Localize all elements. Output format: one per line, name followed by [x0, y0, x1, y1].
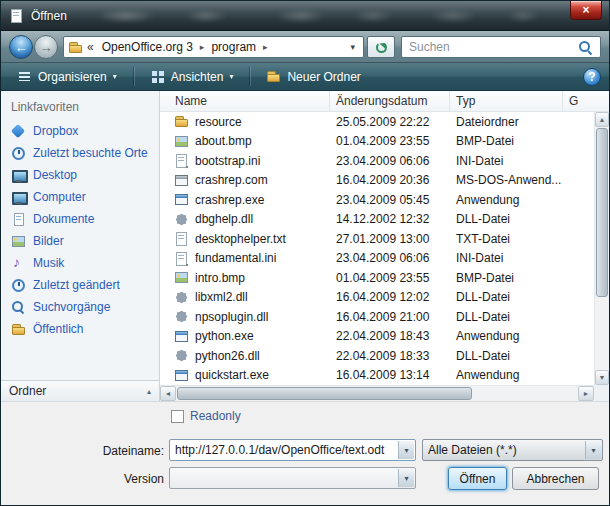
- ini-file-icon: [174, 251, 189, 266]
- readonly-checkbox[interactable]: [171, 410, 184, 423]
- version-combobox[interactable]: ▾: [169, 467, 416, 489]
- cancel-button[interactable]: Abbrechen: [512, 467, 599, 490]
- file-date: 16.04.2009 20:36: [330, 173, 450, 187]
- address-dropdown-icon[interactable]: ▾: [346, 42, 359, 52]
- sidebar-item-music[interactable]: Musik: [1, 252, 159, 274]
- breadcrumb-overflow-icon[interactable]: «: [85, 40, 96, 54]
- recent-places-icon: [11, 146, 26, 161]
- file-row[interactable]: resource 25.05.2009 22:22 Dateiordner: [160, 112, 594, 132]
- file-date: 23.04.2009 06:06: [330, 251, 450, 265]
- file-row[interactable]: intro.bmp 01.04.2009 23:55 BMP-Datei: [160, 268, 594, 288]
- vertical-scrollbar[interactable]: ▲ ▼: [594, 112, 609, 385]
- filetype-dropdown-icon[interactable]: ▾: [585, 441, 601, 459]
- file-list-area: Name Änderungsdatum Typ G resource 25.05…: [160, 91, 609, 401]
- sidebar-item-documents[interactable]: Dokumente: [1, 208, 159, 230]
- file-row[interactable]: desktophelper.txt 27.01.2009 13:00 TXT-D…: [160, 229, 594, 249]
- scroll-down-icon: ▼: [599, 374, 606, 381]
- scroll-right-icon: ►: [583, 390, 590, 397]
- app-icon: [9, 8, 24, 23]
- sidebar-item-recent-places[interactable]: Zuletzt besuchte Orte: [1, 142, 159, 164]
- sidebar-item-pictures[interactable]: Bilder: [1, 230, 159, 252]
- file-row[interactable]: libxml2.dll 16.04.2009 12:02 DLL-Datei: [160, 288, 594, 308]
- breadcrumb-separator-icon[interactable]: ▸: [262, 42, 269, 52]
- filename-value[interactable]: http://127.0.0.1/dav/OpenOffice/text.odt: [175, 443, 396, 457]
- file-name: desktophelper.txt: [195, 232, 286, 246]
- dropbox-icon: [11, 124, 26, 139]
- filetype-combobox[interactable]: Alle Dateien (*.*) ▾: [422, 439, 603, 461]
- folders-expander[interactable]: Ordner ▴: [1, 380, 159, 401]
- vertical-scroll-thumb[interactable]: [596, 128, 608, 297]
- breadcrumb-item-openoffice[interactable]: OpenOffice.org 3: [98, 40, 197, 54]
- file-row[interactable]: fundamental.ini 23.04.2009 06:06 INI-Dat…: [160, 249, 594, 269]
- organize-label: Organisieren: [38, 70, 107, 84]
- chevron-down-icon: ▾: [229, 72, 233, 81]
- file-date: 16.04.2009 12:02: [330, 290, 450, 304]
- file-row[interactable]: bootstrap.ini 23.04.2009 06:06 INI-Datei: [160, 151, 594, 171]
- file-type: Anwendung: [450, 329, 563, 343]
- file-date: 16.04.2009 13:14: [330, 368, 450, 382]
- file-row[interactable]: python.exe 22.04.2009 18:43 Anwendung: [160, 327, 594, 347]
- sidebar-item-searches[interactable]: Suchvorgänge: [1, 296, 159, 318]
- column-header-date[interactable]: Änderungsdatum: [330, 91, 450, 111]
- file-row[interactable]: crashrep.com 16.04.2009 20:36 MS-DOS-Anw…: [160, 171, 594, 191]
- file-date: 01.04.2009 23:55: [330, 134, 450, 148]
- sidebar-item-computer[interactable]: Computer: [1, 186, 159, 208]
- dialog-footer: Readonly Dateiname: http://127.0.0.1/dav…: [1, 401, 609, 505]
- search-input[interactable]: Suchen: [401, 36, 601, 58]
- file-row[interactable]: dbghelp.dll 14.12.2002 12:32 DLL-Datei: [160, 210, 594, 230]
- breadcrumb-separator-icon[interactable]: ▸: [199, 42, 206, 52]
- column-header-size[interactable]: G: [563, 91, 609, 111]
- file-row[interactable]: python26.dll 22.04.2009 18:33 DLL-Datei: [160, 346, 594, 366]
- folders-chevron-icon: ▴: [147, 387, 151, 396]
- file-date: 27.01.2009 13:00: [330, 232, 450, 246]
- file-row[interactable]: quickstart.exe 16.04.2009 13:14 Anwendun…: [160, 366, 594, 386]
- file-type: TXT-Datei: [450, 232, 563, 246]
- views-button[interactable]: Ansichten ▾: [142, 66, 242, 87]
- file-row[interactable]: crashrep.exe 23.04.2009 05:45 Anwendung: [160, 190, 594, 210]
- file-row[interactable]: about.bmp 01.04.2009 23:55 BMP-Datei: [160, 132, 594, 152]
- window-title: Öffnen: [31, 9, 67, 23]
- readonly-option[interactable]: Readonly: [171, 409, 241, 423]
- new-folder-button[interactable]: Neuer Ordner: [258, 66, 368, 87]
- forward-button[interactable]: →: [34, 35, 58, 59]
- filename-combobox[interactable]: http://127.0.0.1/dav/OpenOffice/text.odt…: [169, 439, 416, 461]
- recent-changed-icon: [11, 278, 26, 293]
- open-button[interactable]: Öffnen: [448, 467, 507, 490]
- file-row[interactable]: npsoplugin.dll 16.04.2009 21:00 DLL-Date…: [160, 307, 594, 327]
- scroll-up-button[interactable]: ▲: [595, 112, 609, 127]
- column-header-type[interactable]: Typ: [450, 91, 563, 111]
- close-button[interactable]: ×: [570, 1, 602, 20]
- sidebar-item-recent-changed[interactable]: Zuletzt geändert: [1, 274, 159, 296]
- refresh-button[interactable]: [367, 36, 395, 58]
- cancel-button-label: Abbrechen: [526, 472, 584, 486]
- file-date: 25.05.2009 22:22: [330, 115, 450, 129]
- back-button[interactable]: ←: [9, 35, 33, 59]
- address-breadcrumb[interactable]: « OpenOffice.org 3 ▸ program ▸ ▾: [63, 36, 364, 58]
- column-header-name[interactable]: Name: [160, 91, 330, 111]
- version-label: Version: [56, 472, 164, 486]
- scroll-right-button[interactable]: ►: [578, 386, 594, 401]
- help-button[interactable]: ?: [583, 68, 601, 86]
- titlebar[interactable]: Öffnen ×: [1, 1, 609, 31]
- file-type: DLL-Datei: [450, 290, 563, 304]
- horizontal-scroll-thumb[interactable]: [177, 387, 472, 400]
- file-list-body: resource 25.05.2009 22:22 Dateiordner ab…: [160, 112, 594, 385]
- file-type: Anwendung: [450, 368, 563, 382]
- search-icon[interactable]: [578, 40, 593, 55]
- readonly-label: Readonly: [190, 409, 241, 423]
- filename-label: Dateiname:: [56, 444, 164, 458]
- sidebar-item-dropbox[interactable]: Dropbox: [1, 120, 159, 142]
- scroll-left-button[interactable]: ◄: [160, 386, 176, 401]
- horizontal-scrollbar[interactable]: ◄ ►: [160, 385, 594, 401]
- sidebar-item-public[interactable]: Öffentlich: [1, 318, 159, 340]
- computer-icon: [11, 190, 26, 205]
- search-placeholder: Suchen: [409, 40, 450, 54]
- file-date: 22.04.2009 18:43: [330, 329, 450, 343]
- file-date: 23.04.2009 06:06: [330, 154, 450, 168]
- breadcrumb-item-program[interactable]: program: [207, 40, 260, 54]
- sidebar-item-desktop[interactable]: Desktop: [1, 164, 159, 186]
- version-dropdown-icon[interactable]: ▾: [398, 469, 414, 487]
- scroll-down-button[interactable]: ▼: [595, 370, 609, 385]
- filename-dropdown-icon[interactable]: ▾: [398, 441, 414, 459]
- organize-button[interactable]: Organisieren ▾: [9, 66, 125, 87]
